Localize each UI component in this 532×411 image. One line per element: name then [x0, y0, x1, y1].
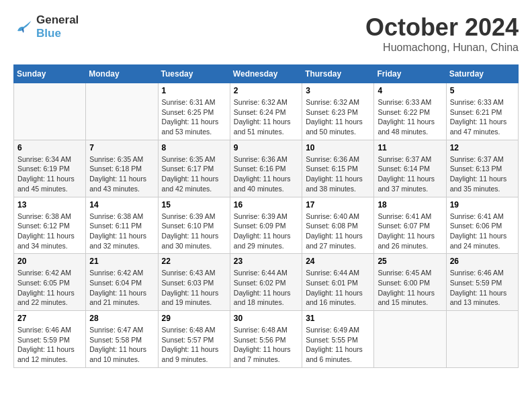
location-title: Huomachong, Hunan, China	[365, 42, 519, 54]
day-number: 9	[234, 143, 298, 152]
day-info: Sunrise: 6:35 AMSunset: 6:17 PMDaylight:…	[162, 154, 226, 194]
day-header-saturday: Saturday	[446, 65, 518, 83]
logo: General Blue	[13, 13, 79, 40]
calendar-cell	[86, 83, 158, 140]
day-info: Sunrise: 6:40 AMSunset: 6:08 PMDaylight:…	[306, 212, 370, 251]
day-info: Sunrise: 6:35 AMSunset: 6:18 PMDaylight:…	[89, 154, 154, 194]
day-header-tuesday: Tuesday	[158, 65, 230, 83]
day-number: 14	[89, 200, 154, 210]
day-info: Sunrise: 6:48 AMSunset: 5:56 PMDaylight:…	[234, 325, 298, 365]
day-number: 7	[89, 143, 154, 152]
day-number: 6	[17, 143, 82, 152]
calendar-cell	[14, 83, 86, 140]
day-number: 24	[306, 257, 370, 266]
day-number: 28	[89, 314, 154, 323]
title-block: October 2024 Huomachong, Hunan, China	[365, 13, 519, 54]
day-number: 13	[17, 200, 82, 210]
day-info: Sunrise: 6:42 AMSunset: 6:05 PMDaylight:…	[17, 268, 82, 308]
day-info: Sunrise: 6:44 AMSunset: 6:01 PMDaylight:…	[306, 268, 370, 308]
day-number: 19	[450, 200, 515, 210]
calendar-cell: 28Sunrise: 6:47 AMSunset: 5:58 PMDayligh…	[86, 311, 158, 368]
day-info: Sunrise: 6:45 AMSunset: 6:00 PMDaylight:…	[378, 268, 442, 308]
calendar-cell: 18Sunrise: 6:41 AMSunset: 6:07 PMDayligh…	[374, 197, 446, 254]
calendar-cell: 23Sunrise: 6:44 AMSunset: 6:02 PMDayligh…	[230, 254, 302, 311]
calendar-cell: 4Sunrise: 6:33 AMSunset: 6:22 PMDaylight…	[374, 83, 446, 140]
day-number: 2	[234, 86, 298, 95]
calendar-cell	[446, 311, 518, 368]
calendar-cell: 24Sunrise: 6:44 AMSunset: 6:01 PMDayligh…	[302, 254, 374, 311]
day-info: Sunrise: 6:46 AMSunset: 5:59 PMDaylight:…	[450, 268, 515, 308]
day-info: Sunrise: 6:39 AMSunset: 6:09 PMDaylight:…	[234, 212, 298, 251]
day-number: 22	[162, 257, 226, 266]
day-number: 3	[306, 86, 370, 95]
day-number: 15	[162, 200, 226, 210]
calendar-cell: 10Sunrise: 6:36 AMSunset: 6:15 PMDayligh…	[302, 140, 374, 197]
calendar-cell: 30Sunrise: 6:48 AMSunset: 5:56 PMDayligh…	[230, 311, 302, 368]
day-info: Sunrise: 6:39 AMSunset: 6:10 PMDaylight:…	[162, 212, 226, 251]
calendar-cell: 5Sunrise: 6:33 AMSunset: 6:21 PMDaylight…	[446, 83, 518, 140]
day-number: 31	[306, 314, 370, 323]
calendar-cell: 16Sunrise: 6:39 AMSunset: 6:09 PMDayligh…	[230, 197, 302, 254]
calendar-cell: 11Sunrise: 6:37 AMSunset: 6:14 PMDayligh…	[374, 140, 446, 197]
day-number: 4	[378, 86, 442, 95]
calendar-week-3: 13Sunrise: 6:38 AMSunset: 6:12 PMDayligh…	[14, 197, 519, 254]
day-info: Sunrise: 6:38 AMSunset: 6:11 PMDaylight:…	[89, 212, 154, 251]
calendar-cell: 12Sunrise: 6:37 AMSunset: 6:13 PMDayligh…	[446, 140, 518, 197]
calendar-cell: 3Sunrise: 6:32 AMSunset: 6:23 PMDaylight…	[302, 83, 374, 140]
calendar-cell: 17Sunrise: 6:40 AMSunset: 6:08 PMDayligh…	[302, 197, 374, 254]
day-number: 25	[378, 257, 442, 266]
day-info: Sunrise: 6:37 AMSunset: 6:13 PMDaylight:…	[450, 154, 515, 194]
day-info: Sunrise: 6:32 AMSunset: 6:23 PMDaylight:…	[306, 97, 370, 137]
day-info: Sunrise: 6:46 AMSunset: 5:59 PMDaylight:…	[17, 325, 82, 365]
day-number: 29	[162, 314, 226, 323]
calendar-cell: 29Sunrise: 6:48 AMSunset: 5:57 PMDayligh…	[158, 311, 230, 368]
calendar-cell: 22Sunrise: 6:43 AMSunset: 6:03 PMDayligh…	[158, 254, 230, 311]
day-number: 11	[378, 143, 442, 152]
day-info: Sunrise: 6:49 AMSunset: 5:55 PMDaylight:…	[306, 325, 370, 365]
logo-icon	[13, 17, 34, 37]
day-number: 12	[450, 143, 515, 152]
day-number: 8	[162, 143, 226, 152]
calendar-cell: 31Sunrise: 6:49 AMSunset: 5:55 PMDayligh…	[302, 311, 374, 368]
calendar-week-2: 6Sunrise: 6:34 AMSunset: 6:19 PMDaylight…	[14, 140, 519, 197]
calendar-cell: 26Sunrise: 6:46 AMSunset: 5:59 PMDayligh…	[446, 254, 518, 311]
day-info: Sunrise: 6:47 AMSunset: 5:58 PMDaylight:…	[89, 325, 154, 365]
calendar-table: SundayMondayTuesdayWednesdayThursdayFrid…	[13, 64, 519, 368]
day-header-friday: Friday	[374, 65, 446, 83]
day-info: Sunrise: 6:37 AMSunset: 6:14 PMDaylight:…	[378, 154, 442, 194]
calendar-cell: 14Sunrise: 6:38 AMSunset: 6:11 PMDayligh…	[86, 197, 158, 254]
day-number: 27	[17, 314, 82, 323]
calendar-cell: 8Sunrise: 6:35 AMSunset: 6:17 PMDaylight…	[158, 140, 230, 197]
day-number: 1	[162, 86, 226, 95]
day-info: Sunrise: 6:44 AMSunset: 6:02 PMDaylight:…	[234, 268, 298, 308]
day-number: 26	[450, 257, 515, 266]
day-number: 20	[17, 257, 82, 266]
calendar-cell	[374, 311, 446, 368]
calendar-cell: 20Sunrise: 6:42 AMSunset: 6:05 PMDayligh…	[14, 254, 86, 311]
day-number: 5	[450, 86, 515, 95]
calendar-cell: 2Sunrise: 6:32 AMSunset: 6:24 PMDaylight…	[230, 83, 302, 140]
day-info: Sunrise: 6:38 AMSunset: 6:12 PMDaylight:…	[17, 212, 82, 251]
day-header-thursday: Thursday	[302, 65, 374, 83]
day-info: Sunrise: 6:33 AMSunset: 6:21 PMDaylight:…	[450, 97, 515, 137]
month-title: October 2024	[365, 13, 519, 42]
day-number: 16	[234, 200, 298, 210]
day-info: Sunrise: 6:32 AMSunset: 6:24 PMDaylight:…	[234, 97, 298, 137]
day-info: Sunrise: 6:42 AMSunset: 6:04 PMDaylight:…	[89, 268, 154, 308]
day-number: 30	[234, 314, 298, 323]
calendar-cell: 25Sunrise: 6:45 AMSunset: 6:00 PMDayligh…	[374, 254, 446, 311]
calendar-cell: 19Sunrise: 6:41 AMSunset: 6:06 PMDayligh…	[446, 197, 518, 254]
calendar-week-1: 1Sunrise: 6:31 AMSunset: 6:25 PMDaylight…	[14, 83, 519, 140]
page-header: General Blue October 2024 Huomachong, Hu…	[13, 13, 519, 54]
calendar-cell: 9Sunrise: 6:36 AMSunset: 6:16 PMDaylight…	[230, 140, 302, 197]
logo-text: General Blue	[36, 13, 79, 40]
day-info: Sunrise: 6:41 AMSunset: 6:06 PMDaylight:…	[450, 212, 515, 251]
day-info: Sunrise: 6:34 AMSunset: 6:19 PMDaylight:…	[17, 154, 82, 194]
day-number: 17	[306, 200, 370, 210]
calendar-cell: 7Sunrise: 6:35 AMSunset: 6:18 PMDaylight…	[86, 140, 158, 197]
day-info: Sunrise: 6:31 AMSunset: 6:25 PMDaylight:…	[162, 97, 226, 137]
day-number: 21	[89, 257, 154, 266]
day-info: Sunrise: 6:33 AMSunset: 6:22 PMDaylight:…	[378, 97, 442, 137]
calendar-cell: 6Sunrise: 6:34 AMSunset: 6:19 PMDaylight…	[14, 140, 86, 197]
day-number: 18	[378, 200, 442, 210]
